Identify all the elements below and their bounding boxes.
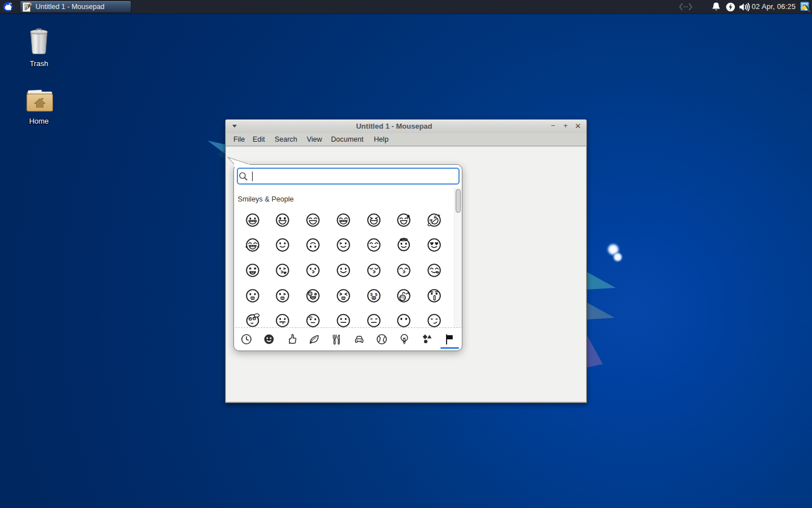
svg-text:$: $ xyxy=(373,296,374,299)
